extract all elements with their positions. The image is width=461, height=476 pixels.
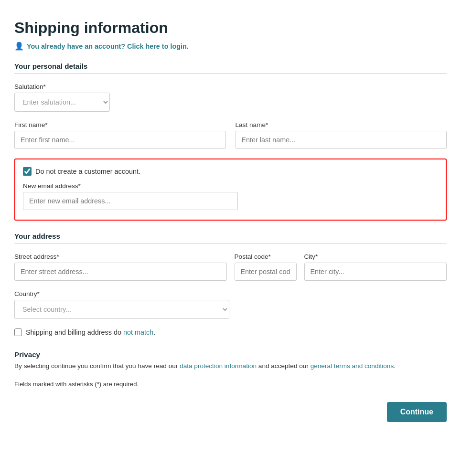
postal-input[interactable] [235, 263, 297, 281]
no-account-label[interactable]: Do not create a customer account. [35, 168, 140, 175]
login-link[interactable]: You already have an account? Click here … [27, 42, 189, 50]
street-postal-city-row: Street address* Postal code* City* [14, 253, 447, 281]
salutation-select[interactable]: Enter salutation... Mr. Mrs. Ms. Dr. [14, 93, 110, 112]
street-group: Street address* [14, 253, 227, 281]
city-label: City* [304, 253, 447, 260]
privacy-section-title: Privacy [14, 350, 447, 359]
city-input[interactable] [304, 263, 447, 281]
privacy-text-after: . [394, 362, 396, 370]
salutation-group: Salutation* Enter salutation... Mr. Mrs.… [14, 83, 110, 112]
continue-button[interactable]: Continue [387, 402, 447, 422]
page-title: Shipping information [14, 19, 447, 37]
footer-actions: Continue [14, 402, 447, 422]
no-account-checkbox-row: Do not create a customer account. [23, 167, 438, 176]
salutation-label: Salutation* [14, 83, 110, 90]
address-section-divider [14, 243, 447, 243]
billing-not-match-link[interactable]: not match [123, 328, 153, 336]
billing-label-after: . [153, 328, 155, 336]
privacy-text-middle: and accepted our [257, 362, 311, 370]
personal-section-title: Your personal details [14, 62, 447, 70]
last-name-group: Last name* [236, 121, 447, 149]
privacy-section: Privacy By selecting continue you confir… [14, 350, 447, 371]
billing-mismatch-checkbox[interactable] [14, 328, 22, 336]
billing-mismatch-label[interactable]: Shipping and billing address do not matc… [26, 328, 155, 336]
no-account-checkbox[interactable] [23, 167, 32, 176]
address-section: Your address Street address* Postal code… [14, 232, 447, 336]
country-select[interactable]: Select country... United States Germany … [14, 300, 229, 319]
billing-label-before: Shipping and billing address do [26, 328, 123, 336]
address-section-title: Your address [14, 232, 447, 240]
required-note: Fields marked with asterisks (*) are req… [14, 381, 447, 388]
email-label: New email address* [23, 182, 238, 190]
data-protection-link[interactable]: data protection information [180, 362, 257, 370]
country-label: Country* [14, 290, 229, 297]
last-name-label: Last name* [236, 121, 447, 128]
postal-label: Postal code* [235, 253, 297, 260]
first-name-group: First name* [14, 121, 226, 149]
last-name-input[interactable] [236, 131, 447, 149]
street-input[interactable] [14, 263, 227, 281]
terms-link[interactable]: general terms and conditions [311, 362, 394, 370]
email-input[interactable] [23, 192, 238, 210]
country-group: Country* Select country... United States… [14, 290, 229, 319]
first-name-input[interactable] [14, 131, 226, 149]
no-account-section: Do not create a customer account. New em… [14, 159, 447, 221]
postal-group: Postal code* [235, 253, 297, 281]
privacy-text-before: By selecting continue you confirm that y… [14, 362, 180, 370]
billing-checkbox-row: Shipping and billing address do not matc… [14, 328, 447, 336]
street-label: Street address* [14, 253, 227, 260]
first-name-label: First name* [14, 121, 226, 128]
city-group: City* [304, 253, 447, 281]
person-icon: 👤 [14, 42, 24, 51]
email-group: New email address* [23, 182, 238, 210]
name-row: First name* Last name* [14, 121, 447, 149]
personal-section-divider [14, 73, 447, 74]
login-link-container: 👤 You already have an account? Click her… [14, 42, 447, 51]
privacy-text: By selecting continue you confirm that y… [14, 361, 447, 371]
